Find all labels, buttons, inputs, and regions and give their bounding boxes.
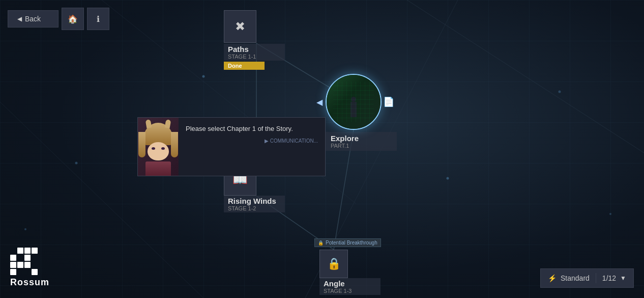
chat-content: Please select Chapter 1 of the Story. CO…	[179, 118, 325, 176]
standard-button[interactable]: ⚡ Standard 1/12 ▼	[540, 268, 634, 288]
angle-lock-icon-box: 🔒	[319, 250, 348, 278]
angle-subtitle: STAGE 1-3	[324, 288, 376, 294]
explore-label-bar: Explore PART.1	[326, 132, 397, 151]
paths-label-bar: Paths STAGE 1-1	[224, 44, 285, 61]
standard-divider	[596, 273, 596, 283]
chat-popup: Please select Chapter 1 of the Story. CO…	[137, 117, 326, 176]
logo-cell	[24, 269, 31, 275]
logo-cell	[10, 248, 16, 254]
rising-winds-subtitle: STAGE 1-2	[228, 205, 281, 211]
logo-cell	[32, 262, 38, 268]
logo-grid	[10, 248, 38, 275]
logo-cell	[10, 255, 16, 261]
potential-badge: Potential Breakthrough	[314, 238, 381, 247]
angle-node: Potential Breakthrough 🔒 Angle STAGE 1-3	[319, 250, 380, 295]
logo-cell	[10, 262, 16, 268]
potential-badge-label: Potential Breakthrough	[326, 240, 377, 246]
explore-subtitle: PART.1	[331, 143, 392, 149]
paths-node[interactable]: ✖ Paths STAGE 1-1 Done	[224, 10, 285, 70]
back-label: Back	[25, 15, 41, 23]
logo-cell	[24, 255, 31, 261]
paths-subtitle: STAGE 1-1	[228, 53, 281, 60]
explore-node[interactable]: ◀ ▶ 📄 Explore PART.1	[326, 74, 397, 151]
standard-count: 1/12	[602, 274, 616, 282]
paths-status: Done	[224, 62, 265, 70]
logo-text: Rossum	[10, 277, 49, 288]
rising-winds-label-bar: Rising Winds STAGE 1-2	[224, 196, 285, 212]
lock-icon: 🔒	[327, 257, 341, 270]
avatar-figure	[140, 118, 176, 176]
paths-title: Paths	[228, 45, 281, 53]
angle-title: Angle	[324, 279, 376, 288]
logo-cell	[17, 262, 23, 268]
logo-cell	[10, 269, 16, 275]
explore-arrow-left-icon[interactable]: ◀	[316, 97, 323, 107]
chat-avatar	[138, 118, 179, 176]
logo-cell	[24, 248, 31, 254]
rising-winds-title: Rising Winds	[228, 197, 281, 205]
logo-cell	[32, 248, 38, 254]
paths-icon-box: ✖	[224, 10, 256, 43]
chevron-down-icon: ▼	[620, 275, 626, 282]
chat-text: Please select Chapter 1 of the Story.	[186, 124, 318, 134]
top-navigation: ◀ Back 🏠 ℹ	[8, 8, 109, 30]
back-button[interactable]: ◀ Back	[8, 10, 58, 28]
rossum-logo: Rossum	[10, 248, 49, 288]
home-button[interactable]: 🏠	[62, 8, 84, 30]
logo-cell	[17, 248, 23, 254]
logo-cell	[32, 255, 38, 261]
explore-doc-icon: 📄	[383, 96, 394, 107]
info-icon: ℹ	[97, 14, 100, 24]
explore-circle-inner	[327, 75, 380, 129]
chevron-left-icon: ◀	[17, 15, 22, 22]
info-button[interactable]: ℹ	[87, 8, 109, 30]
logo-cell	[24, 262, 31, 268]
logo-cell	[32, 269, 38, 275]
logo-cell	[17, 255, 23, 261]
lightning-icon: ⚡	[548, 274, 557, 282]
home-icon: 🏠	[68, 14, 78, 24]
logo-cell	[17, 269, 23, 275]
angle-label-bar: Angle STAGE 1-3	[319, 278, 380, 295]
explore-circle	[326, 74, 382, 130]
standard-label: Standard	[561, 274, 590, 282]
chat-footer: COMMUNICATION...	[186, 138, 318, 144]
paths-icon: ✖	[235, 19, 245, 34]
explore-title: Explore	[331, 134, 392, 143]
